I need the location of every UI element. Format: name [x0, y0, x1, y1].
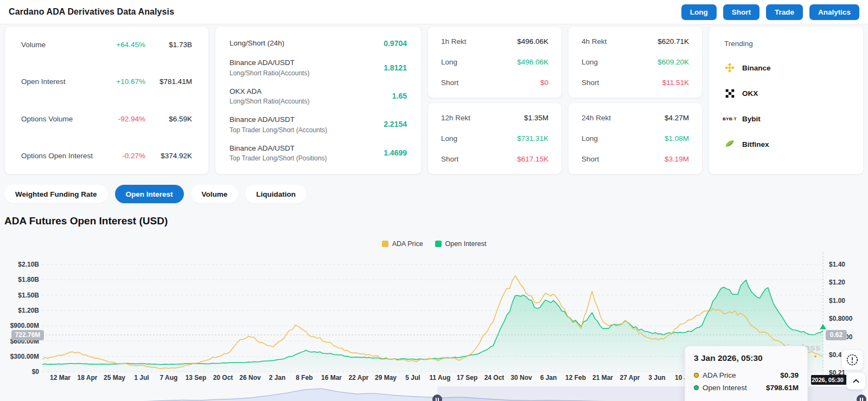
svg-text:3 Jun: 3 Jun — [648, 374, 665, 381]
rekt-total: $4.27M — [665, 114, 689, 122]
chart-tooltip: 3 Jan 2026, 05:30 ADA Price $0.39 Open I… — [685, 346, 808, 401]
tooltip-value: $798.61M — [766, 381, 799, 394]
trending-item-bybit[interactable]: BYB!T Bybit — [724, 113, 848, 124]
legend-swatch-ada-price — [382, 241, 388, 247]
svg-text:30 Nov: 30 Nov — [510, 374, 532, 381]
svg-text:18 Apr: 18 Apr — [78, 374, 98, 381]
long-short-ratio-card: Long/Short (24h) 0.9704 Binance ADA/USDT… — [215, 26, 422, 174]
chevron-up-icon — [850, 375, 862, 387]
rekt-card-12h: 12h Rekt$1.35M Long$731.31K Short$617.15… — [427, 102, 562, 174]
trending-item-okx[interactable]: OKX — [724, 88, 848, 99]
rekt-long-value: $496.06K — [517, 58, 548, 66]
trending-item-binance[interactable]: Binance — [724, 62, 848, 73]
svg-text:$900.00M: $900.00M — [10, 322, 39, 329]
rekt-title: 12h Rekt — [441, 114, 470, 122]
crosshair-price-badge: 0.62 — [826, 330, 847, 340]
rekt-short-label: Short — [441, 79, 458, 87]
svg-text:$2.10B: $2.10B — [18, 261, 39, 268]
alert-button[interactable] — [841, 350, 863, 370]
market-stats-card: Volume +64.45% $1.73B Open Interest +10.… — [4, 26, 209, 174]
legend-label: ADA Price — [392, 240, 423, 248]
binance-icon — [724, 62, 735, 73]
ratio-subname: Long/Short Ratio(Accounts) — [229, 69, 309, 77]
rekt-long-label: Long — [582, 134, 598, 143]
legend-open-interest[interactable]: Open Interest — [435, 240, 487, 248]
svg-text:2 Jan: 2 Jan — [269, 374, 286, 381]
stat-row-options-open-interest: Options Open Interest -0.27% $374.92K — [21, 152, 192, 160]
trending-item-bitfinex[interactable]: Bitfinex — [724, 139, 848, 150]
stat-value: $374.92K — [145, 152, 192, 160]
tooltip-date: 3 Jan 2026, 05:30 — [694, 353, 799, 363]
svg-text:$0: $0 — [32, 368, 40, 376]
ratio-subname: Long/Short Ratio(Accounts) — [229, 98, 309, 105]
rekt-short-value: $11.51K — [662, 79, 689, 87]
svg-text:11 Aug: 11 Aug — [430, 374, 451, 381]
long-button[interactable]: Long — [681, 4, 717, 20]
trending-title: Trending — [724, 40, 848, 48]
tooltip-value: $0.39 — [780, 369, 799, 381]
stat-row-open-interest: Open Interest +10.67% $781.41M — [21, 77, 192, 86]
rekt-total: $620.71K — [658, 37, 689, 46]
open-interest-dot — [694, 385, 699, 390]
svg-text:21 Mar: 21 Mar — [592, 374, 613, 381]
tab-open-interest[interactable]: Open Interest — [115, 185, 184, 203]
navigator-left-handle[interactable] — [432, 394, 442, 401]
ratio-row: OKX ADA Long/Short Ratio(Accounts) 1.65 — [229, 87, 407, 105]
rekt-long-label: Long — [441, 58, 457, 66]
navigator-right-handle[interactable] — [857, 394, 866, 401]
rekt-column-1: 1h Rekt$496.06K Long$496.06K Short$0 12h… — [427, 26, 562, 174]
rekt-title: 4h Rekt — [582, 37, 607, 46]
stat-change: +64.45% — [102, 41, 145, 49]
collapse-button[interactable] — [846, 372, 866, 390]
tab-liquidation[interactable]: Liquidation — [245, 185, 307, 203]
svg-text:22 Apr: 22 Apr — [349, 374, 369, 381]
ada-price-dot — [694, 373, 699, 378]
trade-button[interactable]: Trade — [766, 4, 803, 20]
rekt-total: $496.06K — [517, 37, 548, 46]
rekt-long-value: $731.31K — [517, 134, 548, 143]
rekt-short-value: $0 — [540, 79, 548, 87]
rekt-card-24h: 24h Rekt$4.27M Long$1.08M Short$3.19M — [568, 102, 703, 174]
trending-item-label: OKX — [742, 89, 758, 98]
stat-value: $6.59K — [145, 115, 192, 123]
rekt-title: 24h Rekt — [582, 114, 611, 122]
svg-text:6 Jan: 6 Jan — [540, 374, 557, 381]
tooltip-label: ADA Price — [703, 369, 780, 381]
svg-text:17 Sep: 17 Sep — [457, 374, 478, 381]
oi-chart[interactable]: $2.10B$1.80B$1.50B$1.20B$900.00M$600.00M… — [0, 238, 868, 401]
stat-row-options-volume: Options Volume -92.94% $6.59K — [21, 115, 192, 123]
tooltip-label: Open Interest — [703, 381, 766, 394]
tab-weighted-funding-rate[interactable]: Weighted Funding Rate — [4, 185, 108, 203]
bybit-icon: BYB!T — [724, 113, 735, 124]
ratio-value: 2.2154 — [384, 120, 407, 128]
tooltip-row-open-interest: Open Interest $798.61M — [694, 381, 799, 394]
rekt-long-label: Long — [441, 134, 457, 143]
rekt-short-value: $3.19M — [665, 155, 689, 163]
svg-text:12 Mar: 12 Mar — [50, 374, 71, 381]
svg-text:26 Nov: 26 Nov — [239, 374, 261, 381]
svg-text:27 Apr: 27 Apr — [620, 374, 640, 381]
svg-text:$1.00: $1.00 — [829, 297, 845, 305]
rekt-short-label: Short — [441, 155, 458, 163]
svg-text:16 Mar: 16 Mar — [321, 374, 342, 381]
stat-value: $781.41M — [145, 77, 192, 86]
analytics-button[interactable]: Analytics — [809, 4, 859, 20]
legend-ada-price[interactable]: ADA Price — [382, 240, 423, 248]
svg-text:5 Jul: 5 Jul — [405, 374, 420, 381]
stat-row-volume: Volume +64.45% $1.73B — [21, 41, 192, 49]
svg-text:$1.20B: $1.20B — [18, 307, 39, 314]
rekt-long-label: Long — [582, 58, 598, 66]
ratio-row: Binance ADA/USDT Top Trader Long/Short (… — [229, 115, 407, 133]
okx-icon — [724, 88, 735, 99]
crosshair-date-badge: 3 Jan 2026, 05:30 — [811, 375, 847, 385]
rekt-card-4h: 4h Rekt$620.71K Long$609.20K Short$11.51… — [568, 26, 703, 98]
svg-text:25 May: 25 May — [104, 374, 125, 381]
tab-volume[interactable]: Volume — [191, 185, 239, 203]
ratio-name: Binance ADA/USDT — [229, 58, 309, 68]
ratio-row: Long/Short (24h) 0.9704 — [229, 38, 407, 48]
bitfinex-icon — [724, 139, 735, 150]
rekt-column-2: 4h Rekt$620.71K Long$609.20K Short$11.51… — [568, 26, 703, 174]
svg-text:$1.80B: $1.80B — [18, 276, 39, 283]
short-button[interactable]: Short — [723, 4, 760, 20]
stat-change: -92.94% — [102, 115, 145, 123]
